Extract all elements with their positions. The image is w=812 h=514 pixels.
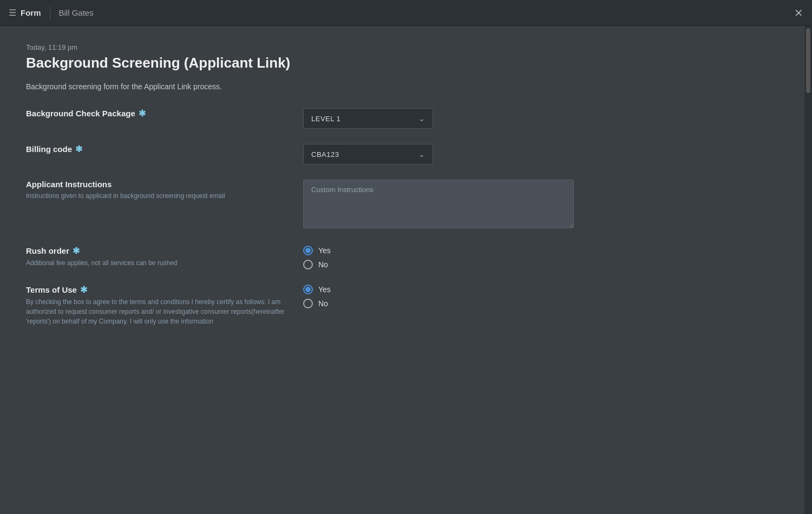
header-separator	[50, 6, 50, 19]
terms-of-use-yes-circle	[303, 285, 313, 294]
timestamp: Today, 11:19 pm	[26, 43, 778, 51]
billing-code-dropdown[interactable]: CBA123 ⌄	[303, 144, 433, 164]
scrollbar[interactable]	[804, 26, 812, 514]
terms-required-star: ✱	[80, 285, 87, 295]
rush-order-radio-group: Yes No	[303, 246, 778, 269]
rush-order-yes-label: Yes	[318, 246, 331, 255]
rush-order-yes-circle	[303, 246, 313, 255]
terms-of-use-yes[interactable]: Yes	[303, 285, 778, 294]
rush-order-yes[interactable]: Yes	[303, 246, 778, 255]
rush-order-no-label: No	[318, 260, 328, 269]
billing-code-value: CBA123	[311, 150, 339, 159]
applicant-instructions-label-col: Applicant Instructions Instructions give…	[26, 180, 286, 201]
header-name-label: Bill Gates	[59, 8, 94, 17]
scrollbar-thumb[interactable]	[806, 28, 810, 93]
billing-code-row: Billing code ✱ CBA123 ⌄	[26, 144, 778, 164]
rush-order-no-circle	[303, 260, 313, 269]
background-check-arrow: ⌄	[418, 114, 425, 123]
main-content: Today, 11:19 pm Background Screening (Ap…	[0, 26, 804, 514]
background-check-row: Background Check Package ✱ LEVEL 1 ⌄	[26, 108, 778, 129]
billing-code-arrow: ⌄	[418, 150, 425, 159]
terms-of-use-radio-group: Yes No	[303, 285, 778, 308]
background-check-label-col: Background Check Package ✱	[26, 108, 286, 118]
terms-of-use-yes-label: Yes	[318, 285, 331, 294]
header-left: ☰ Form Bill Gates	[9, 6, 94, 19]
background-check-control: LEVEL 1 ⌄	[303, 108, 778, 129]
applicant-instructions-row: Applicant Instructions Instructions give…	[26, 180, 778, 230]
rush-order-label-col: Rush order ✱ Additional fee applies, not…	[26, 246, 286, 268]
billing-code-label: Billing code ✱	[26, 144, 286, 154]
header: ☰ Form Bill Gates ✕	[0, 0, 812, 26]
billing-code-control: CBA123 ⌄	[303, 144, 778, 164]
rush-order-label: Rush order ✱	[26, 246, 286, 256]
terms-of-use-row: Terms of Use ✱ By checking the box to ag…	[26, 285, 778, 326]
form-icon: ☰	[9, 8, 16, 18]
terms-of-use-sublabel: By checking the box to agree to the term…	[26, 297, 286, 326]
terms-of-use-label: Terms of Use ✱	[26, 285, 286, 295]
background-check-dropdown[interactable]: LEVEL 1 ⌄	[303, 108, 433, 129]
applicant-instructions-control	[303, 180, 778, 230]
billing-code-label-col: Billing code ✱	[26, 144, 286, 154]
rush-order-sublabel: Additional fee applies, not all services…	[26, 258, 286, 268]
terms-of-use-label-col: Terms of Use ✱ By checking the box to ag…	[26, 285, 286, 326]
close-button[interactable]: ✕	[794, 8, 803, 18]
rush-order-no[interactable]: No	[303, 260, 778, 269]
page-title: Background Screening (Applicant Link)	[26, 55, 778, 71]
applicant-instructions-sublabel: Instructions given to applicant in backg…	[26, 191, 286, 201]
page-description: Background screening form for the Applic…	[26, 82, 778, 91]
background-check-value: LEVEL 1	[311, 115, 340, 123]
terms-of-use-control: Yes No	[303, 285, 778, 308]
rush-order-row: Rush order ✱ Additional fee applies, not…	[26, 246, 778, 269]
layout: Today, 11:19 pm Background Screening (Ap…	[0, 26, 812, 514]
header-form-label: Form	[21, 8, 41, 17]
background-check-label: Background Check Package ✱	[26, 108, 286, 118]
terms-of-use-no-circle	[303, 299, 313, 308]
terms-of-use-no[interactable]: No	[303, 299, 778, 308]
applicant-instructions-label: Applicant Instructions	[26, 180, 286, 189]
rush-required-star: ✱	[73, 246, 80, 256]
required-star: ✱	[139, 108, 146, 118]
billing-required-star: ✱	[75, 144, 82, 154]
rush-order-control: Yes No	[303, 246, 778, 269]
applicant-instructions-textarea[interactable]	[303, 180, 574, 228]
terms-of-use-no-label: No	[318, 299, 328, 308]
